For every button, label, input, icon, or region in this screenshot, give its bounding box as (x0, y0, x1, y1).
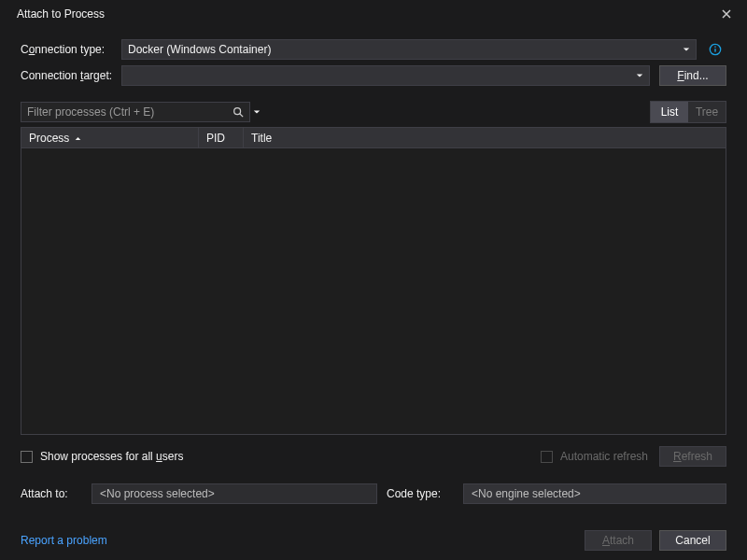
automatic-refresh-checkbox (541, 451, 553, 463)
connection-type-label: Connection type: (21, 43, 121, 56)
filter-dropdown-button[interactable] (250, 108, 263, 116)
window-title: Attach to Process (17, 7, 105, 21)
grid-header: Process PID Title (21, 128, 726, 148)
info-icon[interactable] (704, 43, 726, 56)
cancel-button[interactable]: Cancel (659, 530, 726, 551)
view-mode-tree[interactable]: Tree (688, 102, 726, 122)
chevron-down-icon (636, 72, 643, 79)
find-button[interactable]: Find... (659, 65, 726, 86)
svg-rect-1 (714, 49, 715, 52)
connection-target-combo[interactable] (121, 65, 650, 86)
column-header-process[interactable]: Process (21, 128, 199, 147)
grid-body[interactable] (21, 148, 726, 434)
show-all-users-checkbox[interactable] (21, 451, 33, 463)
automatic-refresh-label: Automatic refresh (560, 450, 648, 463)
svg-point-3 (234, 108, 241, 115)
view-mode-toggle: List Tree (650, 101, 726, 123)
close-icon (722, 9, 731, 19)
report-problem-link[interactable]: Report a problem (21, 534, 107, 547)
refresh-button: Refresh (659, 446, 726, 467)
attach-button: Attach (585, 530, 652, 551)
close-button[interactable] (713, 4, 740, 24)
code-type-combo[interactable]: <No engine selected> (463, 483, 726, 504)
sort-asc-icon (75, 132, 81, 145)
column-header-pid[interactable]: PID (199, 128, 244, 147)
code-type-value: <No engine selected> (472, 487, 581, 500)
connection-target-label: Connection target: (21, 69, 121, 82)
process-grid: Process PID Title (21, 127, 726, 435)
column-header-title[interactable]: Title (244, 128, 726, 147)
svg-rect-2 (714, 47, 715, 48)
show-all-users-label: Show processes for all users (40, 450, 183, 463)
view-mode-list[interactable]: List (651, 102, 688, 122)
title-bar: Attach to Process (0, 0, 747, 28)
attach-to-label: Attach to: (21, 487, 82, 500)
svg-line-4 (240, 114, 243, 117)
chevron-down-icon (683, 46, 690, 53)
attach-to-field: <No process selected> (92, 483, 377, 504)
search-icon (233, 106, 244, 118)
code-type-label: Code type: (387, 487, 454, 500)
connection-type-value: Docker (Windows Container) (128, 43, 271, 56)
filter-input[interactable]: Filter processes (Ctrl + E) (21, 102, 250, 122)
filter-placeholder: Filter processes (Ctrl + E) (27, 105, 154, 119)
connection-type-combo[interactable]: Docker (Windows Container) (121, 39, 697, 60)
